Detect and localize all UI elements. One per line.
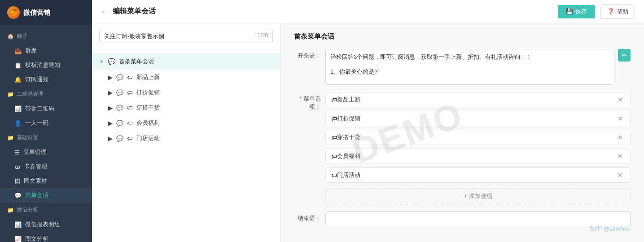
- topbar: ← 编辑菜单会话 💾 保存 ❓ 帮助: [92, 0, 644, 23]
- arrow-icon-0: ▶: [108, 74, 113, 81]
- topbar-left: ← 编辑菜单会话: [101, 7, 156, 16]
- sidebar-item-menu-mgmt[interactable]: ☰ 菜单管理: [0, 145, 92, 159]
- sub-item-label-0: 新品上新: [136, 73, 160, 81]
- end-text-row: 结束语：: [294, 211, 631, 226]
- nav-group-reach: 🏠 触达: [0, 29, 92, 44]
- tree-sub-item-2[interactable]: ▶ 💬 🏷 穿搭干货: [92, 100, 280, 115]
- chat-icon-1: 💬: [116, 89, 123, 96]
- sidebar-item-content-analysis[interactable]: 📈 图文分析: [0, 232, 92, 242]
- edit-icon-button[interactable]: ✏: [618, 49, 631, 62]
- tag-icon-3: 🏷: [127, 120, 133, 127]
- sub-item-label-1: 打折促销: [136, 88, 160, 97]
- opening-content: 轻松回答3个问题，即可订阅消息，获取第一手上新、折扣、有礼活动咨询！！ 1、你最…: [325, 49, 631, 85]
- sidebar-item-one-code[interactable]: 👤 一人一码: [0, 116, 92, 130]
- folder2-icon: 📁: [7, 135, 14, 141]
- chat-icon-4: 💬: [116, 135, 123, 142]
- home-icon: 🏠: [7, 33, 14, 40]
- menu-icon: ☰: [14, 149, 20, 156]
- char-count: 11/20: [254, 32, 268, 40]
- folder-icon: 📁: [7, 91, 14, 97]
- sub-item-label-2: 穿搭干货: [136, 104, 160, 112]
- option-delete-1[interactable]: ✕: [616, 115, 625, 122]
- chat-icon-0: 💬: [116, 74, 123, 81]
- arrow-icon-4: ▶: [108, 135, 113, 142]
- sidebar-item-media[interactable]: 🖼 图文素材: [0, 174, 92, 188]
- help-button[interactable]: ❓ 帮助: [600, 4, 635, 19]
- end-label: 结束语：: [294, 211, 325, 222]
- sidebar-item-template-msg[interactable]: 📋 模板消息通知: [0, 58, 92, 72]
- option-row-2: 🏷 ✕: [325, 130, 631, 145]
- option-delete-2[interactable]: ✕: [616, 134, 625, 141]
- option-emoji-2: 🏷: [331, 134, 337, 141]
- chat-bubble-icon: 💬: [108, 58, 115, 65]
- add-option-button[interactable]: + 添加选项: [325, 188, 631, 204]
- search-bar: 关注订阅-服装零售示例 11/20: [92, 23, 280, 50]
- sidebar-item-mass-send[interactable]: 📤 群发: [0, 44, 92, 58]
- save-icon: 💾: [566, 8, 573, 15]
- option-emoji-4: 🏷: [331, 172, 337, 179]
- opening-textarea[interactable]: 轻松回答3个问题，即可订阅消息，获取第一手上新、折扣、有礼活动咨询！！ 1、你最…: [325, 49, 614, 85]
- tree-root-item[interactable]: ▼ 💬 首条菜单会话: [92, 53, 280, 70]
- tree-sub-item-4[interactable]: ▶ 💬 🏷 门店活动: [92, 131, 280, 146]
- root-item-label: 首条菜单会话: [119, 57, 154, 66]
- tree-sub-item-3[interactable]: ▶ 💬 🏷 会员福利: [92, 115, 280, 131]
- tag-icon-4: 🏷: [127, 135, 133, 142]
- save-button[interactable]: 💾 保存: [558, 5, 595, 18]
- image-icon: 🖼: [14, 178, 20, 185]
- option-delete-4[interactable]: ✕: [616, 172, 625, 179]
- collapse-arrow-icon: ▼: [99, 59, 104, 64]
- end-content: [325, 211, 631, 226]
- sidebar-nav: 🏠 触达 📤 群发 📋 模板消息通知 🔔 订阅通知 📁 二维码管理 📊 带参二维…: [0, 25, 92, 242]
- arrow-icon-2: ▶: [108, 105, 113, 111]
- option-input-1[interactable]: [337, 115, 616, 122]
- chart-icon: 📈: [14, 236, 22, 242]
- menu-options-row: 菜单选项： 🏷 ✕ 🏷 ✕ 🏷 ✕: [294, 92, 631, 204]
- template-icon: 📋: [14, 62, 22, 69]
- main-area: ← 编辑菜单会话 💾 保存 ❓ 帮助 关注订阅-服装零售示例 11/20: [92, 0, 644, 242]
- user-icon: 👤: [14, 120, 22, 127]
- option-row-1: 🏷 ✕: [325, 111, 631, 126]
- sub-item-label-4: 门店活动: [136, 134, 160, 142]
- sidebar-title: 微信营销: [23, 9, 50, 17]
- chat-icon-3: 💬: [116, 120, 123, 127]
- sidebar-item-menu-chat[interactable]: 💬 菜单会话: [0, 188, 92, 202]
- search-value-text: 关注订阅-服装零售示例: [104, 32, 164, 40]
- sidebar-item-subscribe-notice[interactable]: 🔔 订阅通知: [0, 72, 92, 87]
- option-input-2[interactable]: [337, 134, 616, 141]
- tree-list: ▼ 💬 首条菜单会话 ▶ 💬 🏷 新品上新 ▶ 💬 🏷 打折促销: [92, 50, 280, 150]
- option-delete-0[interactable]: ✕: [616, 96, 625, 103]
- help-icon: ❓: [607, 8, 614, 15]
- content-area: 关注订阅-服装零售示例 11/20 ▼ 💬 首条菜单会话 ▶ 💬 🏷 新品上新: [92, 23, 644, 242]
- app-logo: 🍊: [7, 6, 20, 19]
- coupon-icon: 🎟: [14, 163, 20, 170]
- tree-sub-item-1[interactable]: ▶ 💬 🏷 打折促销: [92, 85, 280, 100]
- sidebar-item-coupon[interactable]: 🎟 卡券管理: [0, 159, 92, 174]
- option-input-0[interactable]: [337, 97, 616, 103]
- sidebar-item-param-qr[interactable]: 📊 带参二维码: [0, 101, 92, 116]
- chat-icon: 💬: [14, 192, 22, 199]
- nav-group-qrcode: 📁 二维码管理: [0, 87, 92, 101]
- opening-label: 开头语：: [294, 49, 325, 60]
- end-input[interactable]: [325, 211, 631, 226]
- report-icon: 📊: [14, 221, 22, 228]
- option-input-4[interactable]: [337, 172, 616, 179]
- option-delete-3[interactable]: ✕: [616, 153, 625, 160]
- back-arrow-icon: ←: [101, 8, 108, 16]
- option-row-4: 🏷 ✕: [325, 167, 631, 183]
- option-emoji-1: 🏷: [331, 115, 337, 122]
- tree-sub-item-0[interactable]: ▶ 💬 🏷 新品上新: [92, 70, 280, 85]
- folder3-icon: 📁: [7, 207, 14, 213]
- arrow-icon-3: ▶: [108, 120, 113, 127]
- sidebar-header: 🍊 微信营销: [0, 0, 92, 25]
- tag-icon-0: 🏷: [127, 74, 133, 81]
- tag-icon-1: 🏷: [127, 89, 133, 96]
- detail-panel: DEMO 首条菜单会话 开头语： 轻松回答3个问题，即可订阅消息，获取第一手上新…: [280, 23, 644, 242]
- sub-item-label-3: 会员福利: [136, 119, 160, 127]
- search-input-wrapper: 关注订阅-服装零售示例 11/20: [99, 30, 273, 43]
- nav-group-analysis: 📁 微信分析: [0, 202, 92, 217]
- sidebar-item-report[interactable]: 📊 微信报表明组: [0, 217, 92, 232]
- back-button[interactable]: ←: [101, 8, 108, 16]
- arrow-icon-1: ▶: [108, 89, 113, 96]
- detail-title: 首条菜单会话: [294, 32, 631, 41]
- option-input-3[interactable]: [337, 153, 616, 160]
